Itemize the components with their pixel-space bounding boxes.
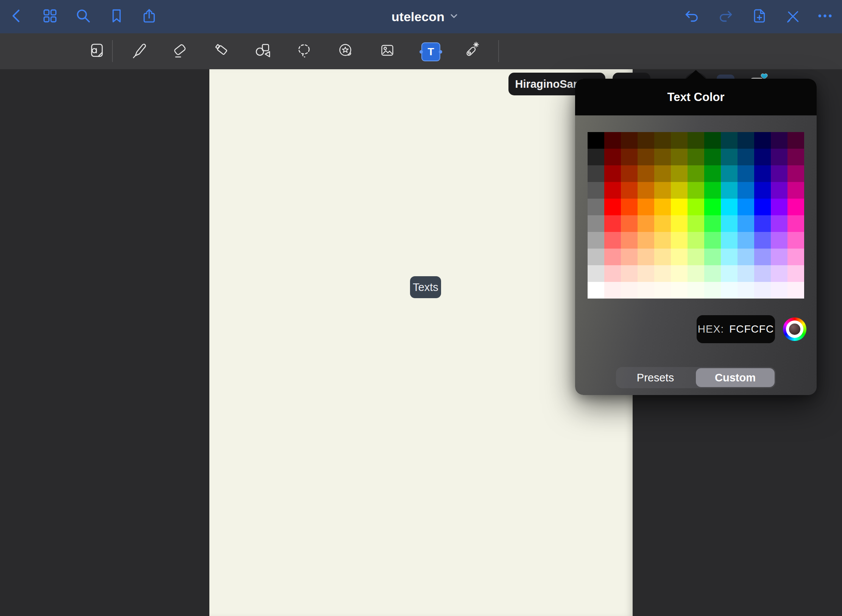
- share-button[interactable]: [141, 8, 157, 25]
- color-swatch[interactable]: [787, 165, 804, 182]
- color-swatch[interactable]: [738, 249, 754, 265]
- color-swatch[interactable]: [704, 249, 721, 265]
- color-swatch[interactable]: [588, 249, 604, 265]
- color-swatch[interactable]: [771, 215, 787, 232]
- color-swatch[interactable]: [688, 249, 704, 265]
- color-swatch[interactable]: [721, 182, 738, 199]
- color-swatch[interactable]: [604, 265, 621, 282]
- color-swatch[interactable]: [654, 215, 671, 232]
- color-swatch[interactable]: [654, 165, 671, 182]
- color-swatch[interactable]: [688, 149, 704, 165]
- add-page-button[interactable]: [751, 8, 767, 25]
- more-button[interactable]: [817, 8, 833, 25]
- color-swatch[interactable]: [604, 165, 621, 182]
- color-swatch[interactable]: [787, 265, 804, 282]
- color-swatch[interactable]: [754, 232, 771, 249]
- color-swatch[interactable]: [688, 132, 704, 149]
- document-title-button[interactable]: utelecon: [364, 0, 485, 33]
- color-swatch[interactable]: [771, 165, 787, 182]
- color-swatch[interactable]: [738, 149, 754, 165]
- color-swatch[interactable]: [604, 199, 621, 215]
- color-swatch[interactable]: [738, 182, 754, 199]
- color-swatch[interactable]: [771, 132, 787, 149]
- color-swatch[interactable]: [588, 265, 604, 282]
- color-swatch[interactable]: [671, 265, 688, 282]
- color-swatch[interactable]: [638, 165, 654, 182]
- color-swatch[interactable]: [654, 232, 671, 249]
- color-swatch[interactable]: [787, 215, 804, 232]
- color-swatch[interactable]: [738, 282, 754, 299]
- pan-tool-button[interactable]: [87, 42, 106, 60]
- color-swatch[interactable]: [704, 165, 721, 182]
- search-button[interactable]: [75, 8, 92, 25]
- stickers-tool-button[interactable]: [336, 42, 354, 60]
- color-swatch[interactable]: [654, 282, 671, 299]
- color-swatch[interactable]: [671, 232, 688, 249]
- color-swatch[interactable]: [704, 149, 721, 165]
- color-swatch[interactable]: [671, 132, 688, 149]
- color-swatch[interactable]: [654, 149, 671, 165]
- color-swatch[interactable]: [721, 165, 738, 182]
- color-swatch[interactable]: [638, 215, 654, 232]
- color-swatch[interactable]: [721, 199, 738, 215]
- color-swatch[interactable]: [754, 165, 771, 182]
- color-swatch[interactable]: [621, 232, 638, 249]
- color-swatch[interactable]: [754, 149, 771, 165]
- color-swatch[interactable]: [721, 215, 738, 232]
- color-swatch[interactable]: [588, 282, 604, 299]
- color-swatch[interactable]: [588, 132, 604, 149]
- color-swatch[interactable]: [621, 282, 638, 299]
- photo-tool-button[interactable]: [378, 42, 396, 60]
- color-swatch[interactable]: [671, 149, 688, 165]
- color-swatch[interactable]: [604, 282, 621, 299]
- color-swatch[interactable]: [787, 132, 804, 149]
- color-swatch[interactable]: [654, 265, 671, 282]
- color-swatch[interactable]: [621, 149, 638, 165]
- highlighter-tool-button[interactable]: [212, 42, 231, 60]
- color-swatch[interactable]: [721, 265, 738, 282]
- color-swatch[interactable]: [638, 149, 654, 165]
- color-swatch[interactable]: [638, 249, 654, 265]
- color-swatch[interactable]: [754, 249, 771, 265]
- color-swatch[interactable]: [754, 282, 771, 299]
- color-swatch[interactable]: [638, 282, 654, 299]
- color-swatch[interactable]: [621, 265, 638, 282]
- redo-button[interactable]: [717, 8, 734, 25]
- tab-presets[interactable]: Presets: [616, 367, 695, 388]
- color-swatch[interactable]: [671, 165, 688, 182]
- laser-tool-button[interactable]: [462, 42, 480, 60]
- color-swatch[interactable]: [654, 249, 671, 265]
- color-swatch[interactable]: [654, 182, 671, 199]
- stylus-toggle-button[interactable]: [784, 8, 801, 25]
- document-page[interactable]: [209, 69, 633, 616]
- color-swatch[interactable]: [754, 182, 771, 199]
- lasso-tool-button[interactable]: [295, 42, 313, 60]
- color-swatch[interactable]: [688, 165, 704, 182]
- color-swatch[interactable]: [771, 199, 787, 215]
- color-swatch[interactable]: [754, 199, 771, 215]
- color-swatch[interactable]: [638, 265, 654, 282]
- color-swatch[interactable]: [621, 215, 638, 232]
- color-swatch[interactable]: [588, 165, 604, 182]
- color-swatch[interactable]: [787, 232, 804, 249]
- color-swatch[interactable]: [604, 215, 621, 232]
- color-swatch[interactable]: [688, 232, 704, 249]
- color-swatch[interactable]: [787, 199, 804, 215]
- color-swatch[interactable]: [754, 132, 771, 149]
- color-swatch[interactable]: [671, 282, 688, 299]
- color-swatch[interactable]: [704, 132, 721, 149]
- color-swatch[interactable]: [621, 132, 638, 149]
- color-swatch[interactable]: [754, 265, 771, 282]
- color-swatch[interactable]: [738, 132, 754, 149]
- color-swatch[interactable]: [671, 182, 688, 199]
- color-swatch[interactable]: [771, 232, 787, 249]
- color-swatch[interactable]: [787, 149, 804, 165]
- color-swatch[interactable]: [688, 182, 704, 199]
- color-swatch[interactable]: [621, 182, 638, 199]
- color-swatch[interactable]: [604, 249, 621, 265]
- color-swatch[interactable]: [704, 182, 721, 199]
- text-tool-button[interactable]: T: [421, 42, 440, 61]
- color-swatch[interactable]: [638, 182, 654, 199]
- undo-button[interactable]: [684, 8, 700, 25]
- color-swatch[interactable]: [787, 249, 804, 265]
